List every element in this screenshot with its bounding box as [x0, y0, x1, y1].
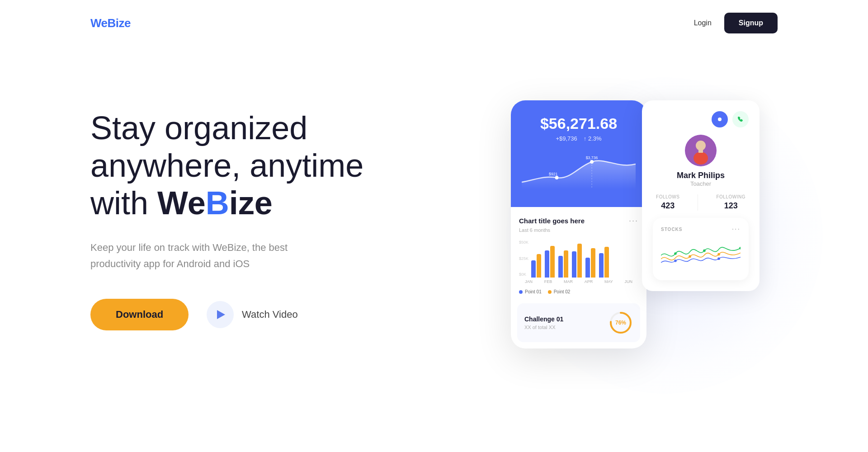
line-chart-svg: $921 $3,736: [522, 153, 636, 189]
challenge-title: Challenge 01: [524, 315, 563, 323]
logo-we: We: [90, 16, 108, 30]
message-icon: [716, 116, 723, 123]
bar-group-jun: [599, 247, 609, 278]
hero-left: Stay organized anywhere, anytime with We…: [90, 73, 380, 330]
title-line1: Stay organized: [90, 110, 307, 146]
phone-change: +$9,736 ↑ 2.3%: [522, 135, 636, 142]
phone-chart-line: $921 $3,736: [522, 153, 636, 189]
y-label-25k: $25K: [519, 256, 528, 261]
profile-role: Toacher: [653, 180, 749, 187]
y-label-0k: $0K: [519, 272, 528, 277]
bar-jan-yellow: [537, 254, 541, 278]
bar-groups: [531, 239, 638, 278]
stats-divider: [698, 194, 698, 211]
bar-group-mar: [558, 250, 568, 278]
watch-video-button[interactable]: Watch Video: [207, 301, 298, 328]
follows-stat: FOLLOWS 423: [656, 194, 679, 211]
bar-jun-yellow: [604, 247, 609, 278]
hero-buttons: Download Watch Video: [90, 299, 380, 330]
bar-group-may: [585, 248, 595, 278]
title-prefix: with: [90, 185, 157, 221]
bar-feb-yellow: [550, 246, 555, 278]
y-label-50k: $50K: [519, 240, 528, 245]
login-button[interactable]: Login: [694, 19, 712, 27]
legend-point1-label: Point 01: [525, 289, 542, 294]
navbar: WeBize Login Signup: [0, 0, 868, 46]
challenge-sub: XX of total XX: [524, 325, 563, 330]
chart-legend: Point 01 Point 02: [519, 289, 638, 294]
challenge-info: Challenge 01 XX of total XX: [524, 315, 563, 330]
hero-title: Stay organized anywhere, anytime with We…: [90, 109, 380, 221]
stocks-card: STOCKS ···: [653, 218, 749, 280]
legend-point1: Point 01: [519, 289, 542, 294]
bar-chart-container: $50K $25K $0K: [519, 239, 638, 278]
phone-card-main: $56,271.68 +$9,736 ↑ 2.3%: [511, 100, 646, 348]
chart-menu-dots[interactable]: ···: [629, 216, 638, 226]
following-stat: FOLLOWING 123: [716, 194, 745, 211]
logo[interactable]: WeBize: [90, 16, 131, 30]
bar-feb-blue: [545, 250, 549, 278]
y-axis-labels: $50K $25K $0K: [519, 239, 528, 278]
follows-value: 423: [656, 201, 679, 211]
svg-point-18: [717, 257, 720, 260]
stocks-title: STOCKS: [661, 227, 683, 232]
bar-chart-area: $50K $25K $0K: [519, 239, 638, 278]
chart-subtitle: Last 6 months: [519, 227, 638, 233]
svg-point-13: [703, 250, 706, 252]
label-jun: JUN: [625, 279, 633, 284]
bar-jun-blue: [599, 253, 604, 278]
logo-bize: Bize: [108, 16, 131, 30]
bar-may-blue: [585, 258, 590, 278]
play-icon: [217, 310, 225, 319]
label-feb: FEB: [544, 279, 552, 284]
following-label: FOLLOWING: [716, 194, 745, 199]
title-brand: WeBize: [157, 185, 273, 221]
watch-video-label: Watch Video: [242, 309, 298, 320]
label-apr: APR: [585, 279, 593, 284]
legend-point2-label: Point 02: [554, 289, 571, 294]
label-mar: MAR: [564, 279, 573, 284]
svg-text:$921: $921: [549, 172, 557, 176]
bar-mar-blue: [558, 256, 563, 278]
following-value: 123: [716, 201, 745, 211]
progress-text: 76%: [615, 320, 626, 326]
download-button[interactable]: Download: [90, 299, 189, 330]
chart-card: Chart title goes here ··· Last 6 months …: [511, 207, 646, 303]
bar-group-apr: [572, 244, 582, 278]
signup-button[interactable]: Signup: [724, 13, 778, 33]
label-jan: JAN: [525, 279, 533, 284]
phone-icon-button[interactable]: [732, 111, 749, 127]
svg-point-12: [674, 252, 677, 255]
profile-card-top: [653, 111, 749, 127]
chart-card-header: Chart title goes here ···: [519, 216, 638, 226]
change-amount: +$9,736: [556, 135, 577, 142]
svg-point-0: [555, 176, 559, 179]
legend-dot-yellow: [548, 290, 552, 294]
label-may: MAY: [604, 279, 613, 284]
svg-point-9: [696, 141, 706, 151]
svg-rect-11: [698, 149, 703, 153]
stocks-menu-dots[interactable]: ···: [732, 225, 741, 233]
hero-section: Stay organized anywhere, anytime with We…: [0, 46, 868, 452]
nav-actions: Login Signup: [694, 13, 778, 33]
legend-dot-blue: [519, 290, 523, 294]
profile-card: Mark Philips Toacher FOLLOWS 423 FOLLOWI…: [642, 100, 760, 291]
bar-apr-blue: [572, 251, 576, 278]
bar-jan-blue: [531, 260, 536, 278]
stocks-header: STOCKS ···: [661, 225, 741, 233]
svg-point-15: [689, 255, 691, 258]
bar-labels: JAN FEB MAR APR MAY JUN: [519, 279, 638, 284]
svg-text:$3,736: $3,736: [586, 155, 598, 160]
phone-icon: [737, 116, 744, 123]
legend-point2: Point 02: [548, 289, 571, 294]
profile-stats: FOLLOWS 423 FOLLOWING 123: [653, 194, 749, 211]
bar-group-jan: [531, 254, 541, 278]
hero-subtitle: Keep your life on track with WeBize, the…: [90, 240, 298, 271]
profile-name: Mark Philips: [653, 171, 749, 180]
bar-group-feb: [545, 246, 555, 278]
stocks-chart-svg: [661, 240, 741, 271]
title-line2: anywhere, anytime: [90, 147, 363, 184]
message-icon-button[interactable]: [712, 111, 728, 127]
svg-point-10: [693, 152, 708, 165]
follows-label: FOLLOWS: [656, 194, 679, 199]
